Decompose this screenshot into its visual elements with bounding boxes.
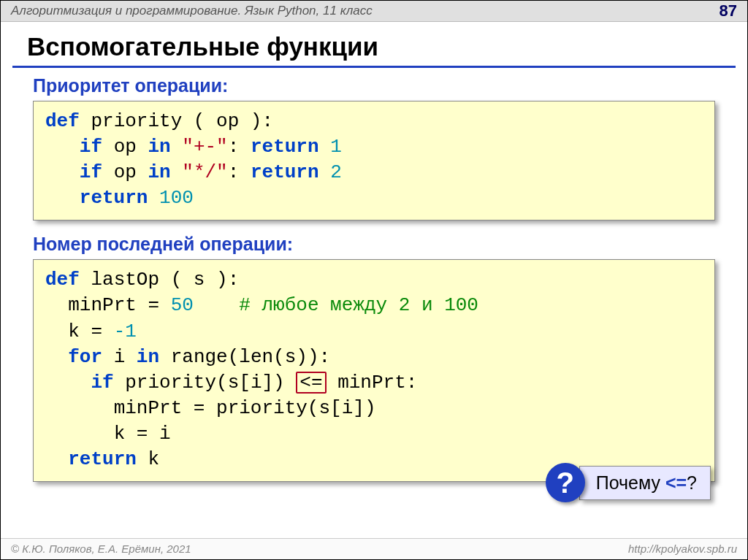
stmt: k = i: [114, 423, 171, 445]
stmt: k =: [68, 321, 102, 342]
params: ( s ):: [171, 269, 240, 291]
footer: © К.Ю. Поляков, Е.А. Ерёмин, 2021 http:/…: [1, 538, 747, 559]
question-text: Почему: [596, 472, 665, 493]
kw-for: for: [68, 346, 102, 368]
breadcrumb: Алгоритмизация и программирование. Язык …: [11, 4, 373, 18]
question-text-end: ?: [687, 472, 697, 493]
title-rule: [12, 66, 736, 68]
kw-return: return: [68, 448, 137, 470]
comment: # любое между 2 и 100: [239, 294, 478, 316]
stmt: minPrt = priority(s[i]): [114, 397, 376, 419]
str: "+-": [182, 136, 227, 158]
params: ( op ):: [194, 110, 273, 132]
call: range(len(s)):: [171, 346, 330, 368]
kw-return: return: [251, 161, 319, 183]
content: Приоритет операции: def priority ( op ):…: [1, 75, 747, 482]
kw-in: in: [148, 161, 170, 183]
page-number: 87: [720, 1, 737, 21]
highlighted-operator: <=: [296, 372, 326, 394]
copyright: © К.Ю. Поляков, Е.А. Ерёмин, 2021: [11, 542, 191, 555]
num: -1: [114, 321, 137, 342]
colon: :: [228, 161, 251, 183]
stmt: minPrt =: [68, 294, 159, 316]
section-heading-1: Приоритет операции:: [33, 75, 715, 96]
code-block-lastop: def lastOp ( s ): minPrt = 50 # любое ме…: [33, 259, 715, 482]
fn-name: lastOp: [91, 269, 159, 291]
num: 2: [330, 161, 342, 183]
var: k: [148, 448, 159, 470]
kw-if: if: [91, 372, 113, 394]
section-heading-2: Номер последней операции:: [33, 234, 715, 255]
fn-name: priority: [91, 110, 182, 132]
colon: :: [228, 136, 251, 158]
expr: minPrt:: [337, 372, 417, 394]
code-block-priority: def priority ( op ): if op in "+-": retu…: [33, 101, 715, 220]
kw-def: def: [45, 110, 80, 132]
var: op: [114, 161, 137, 183]
num: 100: [159, 187, 194, 209]
question-callout: ? Почему <=?: [546, 463, 711, 502]
footer-url: http://kpolyakov.spb.ru: [628, 539, 737, 559]
question-op: <=: [665, 472, 687, 493]
num: 50: [171, 294, 194, 316]
top-bar: Алгоритмизация и программирование. Язык …: [1, 1, 747, 22]
page-title: Вспомогательные функции: [1, 22, 747, 66]
num: 1: [330, 136, 342, 158]
slide: Алгоритмизация и программирование. Язык …: [0, 0, 748, 560]
kw-def: def: [45, 269, 80, 291]
kw-in: in: [137, 346, 159, 368]
kw-if: if: [80, 136, 102, 158]
question-box: Почему <=?: [579, 466, 711, 500]
var: i: [114, 346, 126, 368]
kw-if: if: [80, 161, 102, 183]
kw-return: return: [251, 136, 319, 158]
question-mark-icon: ?: [546, 463, 585, 502]
call: priority(s[i]): [125, 372, 284, 394]
kw-return: return: [80, 187, 148, 209]
var: op: [114, 136, 137, 158]
kw-in: in: [148, 136, 170, 158]
str: "*/": [182, 161, 227, 183]
